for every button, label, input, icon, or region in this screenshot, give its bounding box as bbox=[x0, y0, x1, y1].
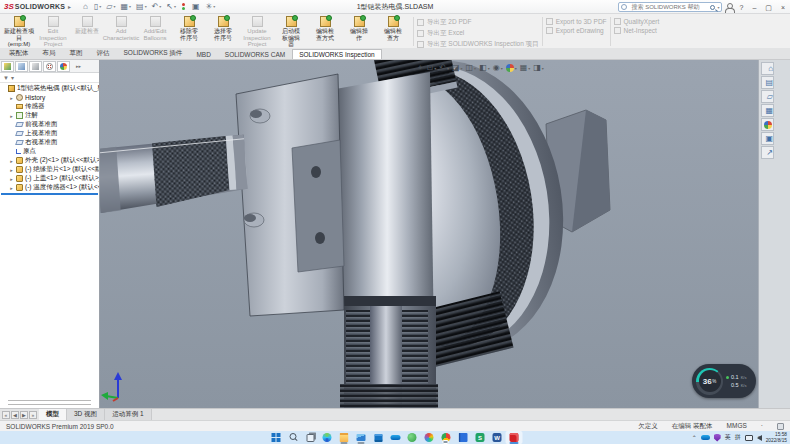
search-scope-icon[interactable] bbox=[621, 4, 627, 10]
solidworks-app-icon[interactable] bbox=[506, 431, 523, 444]
menu-flyout-icon[interactable]: ▸ bbox=[68, 3, 71, 10]
tab-nav-button[interactable]: ◀ bbox=[11, 411, 19, 419]
ribbon-button[interactable]: 新建检查项目 (emp:M) bbox=[2, 15, 36, 48]
zoom-area-icon[interactable]: ⊡▾ bbox=[427, 63, 437, 73]
tree-filter[interactable]: ▼ ▾ bbox=[0, 73, 99, 83]
expand-icon[interactable]: ▸ bbox=[9, 95, 14, 101]
propertymanager-tab-icon[interactable] bbox=[15, 61, 28, 72]
file-properties-icon[interactable]: ▣ bbox=[190, 1, 203, 13]
home-icon[interactable]: ⌂ bbox=[81, 1, 91, 13]
rebuild-icon[interactable]: ● bbox=[179, 1, 189, 13]
status-item[interactable]: · bbox=[761, 422, 763, 431]
previous-view-icon[interactable]: ↶▾ bbox=[439, 63, 449, 73]
help-button[interactable]: ? bbox=[736, 1, 746, 14]
login-icon[interactable] bbox=[725, 3, 733, 12]
command-tab[interactable]: 草图 bbox=[63, 47, 90, 59]
tree-item[interactable]: ▸ History bbox=[0, 93, 99, 102]
chrome-icon[interactable] bbox=[438, 431, 455, 444]
network-monitor-overlay[interactable]: 36% 0.1 K/s 0.5 K/s bbox=[692, 364, 756, 398]
onedrive-tray-icon[interactable] bbox=[701, 435, 710, 440]
section-view-icon[interactable]: ◪▾ bbox=[452, 63, 463, 73]
solidworks-logo[interactable]: 3S SOLIDWORKS ▸ bbox=[0, 2, 75, 11]
dimxpertmanager-tab-icon[interactable] bbox=[43, 61, 56, 72]
close-button[interactable]: × bbox=[778, 1, 788, 14]
ribbon-button[interactable]: 移除零 件序号 bbox=[172, 15, 206, 48]
tree-item[interactable]: ▸ (-) 绝缘垫片<1> (默认<<默认>_显 bbox=[0, 165, 99, 174]
view-settings-icon[interactable]: ◨▾ bbox=[533, 63, 544, 73]
tree-item[interactable]: ▸ (-) 温度传感器<1> (默认<<默认>_ bbox=[0, 183, 99, 191]
store-icon[interactable] bbox=[370, 431, 387, 444]
graphics-viewport[interactable]: ⌖⊡▾↶▾◪▾◫▾◧▾◉▾▾▦▾◨▾ 36% 0.1 K/s 0.5 bbox=[100, 60, 758, 408]
displaymanager-tab-icon[interactable] bbox=[57, 61, 70, 72]
volume-muted-icon[interactable] bbox=[757, 435, 762, 441]
save-icon[interactable]: ▦▾ bbox=[118, 1, 133, 13]
start-icon[interactable] bbox=[268, 431, 285, 444]
search-icon[interactable] bbox=[710, 5, 715, 10]
document-tab[interactable]: 模型 bbox=[39, 409, 67, 420]
ribbon-button[interactable]: 选择零 件序号 bbox=[206, 15, 240, 48]
command-tab[interactable]: 装配体 bbox=[2, 47, 36, 59]
command-tab[interactable]: SOLIDWORKS CAM bbox=[218, 49, 292, 59]
ribbon-button[interactable]: 编辑检 查方 bbox=[376, 15, 410, 48]
edit-appearance-icon[interactable]: ▾ bbox=[506, 64, 517, 72]
status-item[interactable]: 欠定义 bbox=[638, 422, 658, 431]
minimize-button[interactable]: – bbox=[749, 1, 759, 14]
tree-item[interactable]: 原点 bbox=[0, 147, 99, 156]
undo-icon[interactable]: ↶▾ bbox=[150, 1, 164, 13]
language-indicator[interactable]: 英 bbox=[725, 433, 731, 442]
task-view-icon[interactable] bbox=[302, 431, 319, 444]
solidworks-resources-icon[interactable]: ⌂ bbox=[761, 62, 774, 75]
tree-item[interactable]: ▸ (-) 上盖<1> (默认<<默认>_显示状 bbox=[0, 174, 99, 183]
export-item[interactable]: 导出至 2D PDF bbox=[417, 18, 539, 27]
zoom-fit-icon[interactable]: ⌖ bbox=[418, 63, 424, 73]
tree-item[interactable]: 1型铠装热电偶 (默认<默认_显示状态-1> bbox=[0, 84, 99, 93]
ribbon-button[interactable]: 编辑检 查方式 bbox=[308, 15, 342, 48]
status-item[interactable]: 在编辑 装配体 bbox=[672, 422, 713, 431]
ribbon-button[interactable]: 新建检查 bbox=[70, 15, 104, 48]
expand-icon[interactable]: ▸ bbox=[9, 158, 14, 164]
status-item[interactable]: MMGS bbox=[727, 422, 747, 431]
expand-icon[interactable]: ▸ bbox=[9, 185, 14, 191]
document-tab[interactable]: 3D 视图 bbox=[67, 409, 105, 420]
ribbon-button[interactable]: 启动模 板编辑 器 bbox=[274, 15, 308, 48]
view-orientation-icon[interactable]: ◫▾ bbox=[466, 63, 477, 73]
restore-button[interactable]: ▢ bbox=[762, 1, 775, 14]
onedrive-icon[interactable] bbox=[387, 431, 404, 444]
command-tab[interactable]: SOLIDWORKS Inspection bbox=[292, 49, 382, 59]
tray-expand-icon[interactable]: ⌃ bbox=[692, 434, 697, 441]
taskbar-search-icon[interactable] bbox=[285, 431, 302, 444]
file-explorer-pane-icon[interactable]: ▱ bbox=[761, 90, 774, 103]
edge-icon[interactable] bbox=[319, 431, 336, 444]
word-app-icon[interactable] bbox=[489, 431, 506, 444]
sheets-app-icon[interactable] bbox=[472, 431, 489, 444]
export-item[interactable]: 导出至 Excel bbox=[417, 29, 539, 38]
solidworks-forum-icon[interactable]: ↗ bbox=[761, 146, 774, 159]
quality-item[interactable]: Net-Inspect bbox=[614, 27, 660, 34]
open-icon[interactable]: ▱▾ bbox=[104, 1, 117, 13]
security-shield-icon[interactable] bbox=[714, 434, 721, 442]
export-item[interactable]: 导出至 SOLIDWORKS Inspection 项目 bbox=[417, 40, 539, 48]
tree-item[interactable]: 右视基准面 bbox=[0, 138, 99, 147]
command-tab[interactable]: MBD bbox=[189, 49, 217, 59]
options-icon[interactable]: ✳▾ bbox=[204, 1, 218, 13]
featuremanager-tab-icon[interactable] bbox=[1, 61, 14, 72]
clock[interactable]: 15:58 2022/8/15 bbox=[766, 432, 787, 443]
tree-item[interactable]: 前视基准面 bbox=[0, 120, 99, 129]
document-tab[interactable]: 运动算例 1 bbox=[105, 409, 151, 420]
command-tab[interactable]: SOLIDWORKS 插件 bbox=[117, 47, 190, 59]
export-item[interactable]: Export to 3D PDF bbox=[546, 18, 607, 25]
tab-nav-button[interactable]: » bbox=[29, 411, 37, 419]
panel-resize-handle[interactable] bbox=[8, 400, 91, 405]
display-style-icon[interactable]: ◧▾ bbox=[479, 63, 490, 73]
pane-overflow-icon[interactable]: ▸▸ bbox=[71, 61, 81, 72]
quality-item[interactable]: QualityXpert bbox=[614, 18, 660, 25]
ribbon-button[interactable]: Add/Edit Balloons bbox=[138, 15, 172, 48]
design-library-icon[interactable]: ▤ bbox=[761, 76, 774, 89]
ribbon-button[interactable]: 编辑操 作 bbox=[342, 15, 376, 48]
ribbon-button[interactable]: Edit Inspection Project bbox=[36, 15, 70, 48]
tree-item[interactable]: 传感器 bbox=[0, 102, 99, 111]
hide-show-items-icon[interactable]: ◉▾ bbox=[493, 63, 503, 73]
ribbon-button[interactable]: Update Inspection Project bbox=[240, 15, 274, 48]
green-app-icon[interactable] bbox=[404, 431, 421, 444]
tree-item[interactable]: ▸ 外壳 (2)<1> (默认<<默认>_显示状 bbox=[0, 156, 99, 165]
